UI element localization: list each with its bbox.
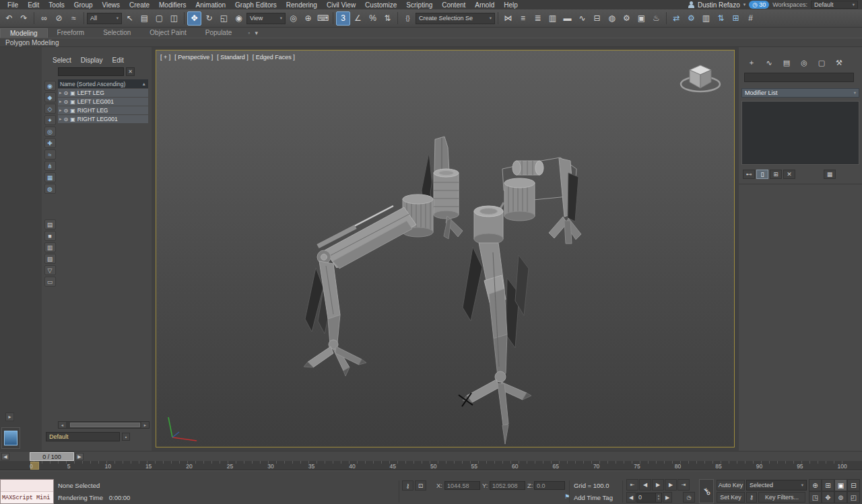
- display-shapes-icon[interactable]: ◇: [44, 104, 56, 114]
- display-all-icon[interactable]: ◉: [44, 81, 56, 91]
- maxscript-input-row[interactable]: [1, 480, 53, 492]
- scene-explorer-toggle-icon[interactable]: ▥: [545, 11, 560, 26]
- scene-search-input[interactable]: [58, 67, 124, 76]
- select-object-icon[interactable]: ↖: [123, 11, 137, 26]
- add-time-tag-button[interactable]: Add Time Tag: [574, 494, 613, 501]
- zoom-all-icon[interactable]: ⊞: [822, 479, 834, 491]
- scene-object-row[interactable]: ▸ ⊙ ▣ RIGHT LEG001: [58, 115, 148, 123]
- grid-layout-icon[interactable]: #: [743, 11, 758, 26]
- display-helpers-icon[interactable]: ✚: [44, 138, 56, 148]
- minimize-ribbon-icon[interactable]: ▾: [255, 30, 258, 36]
- rendered-frame-window-icon[interactable]: ▣: [634, 11, 649, 26]
- frame-number-input[interactable]: [637, 493, 655, 502]
- menu-item[interactable]: Content: [437, 1, 470, 9]
- signed-in-user[interactable]: Dustin Refazo: [698, 1, 740, 9]
- display-space-warps-icon[interactable]: ≈: [44, 149, 56, 159]
- time-slider-thumb[interactable]: 0 / 100: [30, 452, 74, 461]
- modifier-stack[interactable]: [741, 101, 859, 165]
- scene-object-row[interactable]: ▸ ⊙ ▣ LEFT LEG001: [58, 98, 148, 106]
- menu-item[interactable]: Customize: [360, 1, 401, 9]
- display-frozen-icon[interactable]: ▥: [44, 242, 56, 252]
- chevron-down-icon[interactable]: ▾: [743, 2, 746, 7]
- menu-item[interactable]: Graph Editors: [230, 1, 281, 9]
- scene-object-row[interactable]: ▸ ⊙ ▣ RIGHT LEG: [58, 106, 148, 114]
- expand-arrow-icon[interactable]: ▸: [59, 108, 62, 113]
- select-and-manipulate-icon[interactable]: ⊕: [301, 11, 315, 26]
- scrollbar-thumb[interactable]: [70, 423, 140, 427]
- cubes-stack-icon[interactable]: ⊞: [729, 11, 743, 26]
- absolute-offset-mode-icon[interactable]: ⊡: [415, 480, 426, 491]
- ribbon-tab[interactable]: Populate: [196, 28, 241, 38]
- coord-x-field[interactable]: 1044.58: [444, 481, 480, 490]
- trial-clock-badge[interactable]: ◷ 30: [749, 1, 769, 9]
- percent-snap-icon[interactable]: %: [366, 11, 380, 26]
- named-selection-set-dropdown[interactable]: Create Selection Se ▾: [416, 13, 495, 24]
- curve-editor-icon[interactable]: ∿: [575, 11, 589, 26]
- unlink-selection-icon[interactable]: ⊘: [52, 11, 66, 26]
- ribbon-toggle-icon[interactable]: ▬: [560, 11, 574, 26]
- display-cameras-icon[interactable]: ◎: [44, 127, 56, 137]
- zoom-icon[interactable]: ⊕: [809, 479, 822, 491]
- key-filters-button[interactable]: Key Filters...: [758, 492, 805, 503]
- select-and-rotate-icon[interactable]: ↻: [202, 11, 216, 26]
- spinner-down-icon[interactable]: ▼: [657, 497, 660, 501]
- object-name-input[interactable]: [745, 73, 853, 81]
- menu-item[interactable]: Tools: [44, 1, 69, 9]
- menu-item[interactable]: Civil View: [322, 1, 360, 9]
- motion-tab-icon[interactable]: ◎: [797, 57, 811, 68]
- scroll-left-icon[interactable]: ◂: [59, 422, 66, 428]
- explorer-view-dropdown[interactable]: Default: [46, 432, 120, 441]
- coord-z-field[interactable]: 0.0: [534, 481, 565, 490]
- angle-snap-icon[interactable]: ∠: [351, 11, 365, 26]
- select-and-move-icon[interactable]: ✥: [187, 11, 201, 26]
- ribbon-tab[interactable]: Modeling: [0, 28, 48, 38]
- maximize-viewport-icon[interactable]: ◰: [847, 491, 860, 503]
- render-production-icon[interactable]: ♨: [649, 11, 663, 26]
- utilities-tab-icon[interactable]: ⚒: [832, 57, 847, 68]
- viewport-menu-item[interactable]: [ Edged Faces ]: [253, 54, 295, 61]
- maxscript-mini-listener[interactable]: MAXScript Mini: [0, 479, 54, 504]
- menu-item[interactable]: File: [3, 1, 23, 9]
- next-key-icon[interactable]: ▶: [663, 492, 672, 503]
- hierarchy-tab-icon[interactable]: ▤: [779, 57, 794, 68]
- layer-manager-icon[interactable]: ≣: [531, 11, 545, 26]
- time-configuration-icon[interactable]: ◷: [683, 492, 695, 503]
- viewport-menu-item[interactable]: [ Perspective ]: [174, 54, 213, 61]
- workspace-dropdown[interactable]: Default ▾: [811, 1, 858, 9]
- selection-set-key-dropdown[interactable]: Selected ▾: [746, 480, 807, 491]
- gear-settings-icon[interactable]: ⚙: [684, 11, 698, 26]
- select-by-name-icon[interactable]: ▤: [137, 11, 152, 26]
- visibility-eye-icon[interactable]: ⊙: [64, 90, 69, 96]
- list-sort-header[interactable]: Name (Sorted Ascending) ▲: [58, 79, 148, 88]
- expand-arrow-icon[interactable]: ▸: [59, 90, 62, 96]
- next-frame-slider-icon[interactable]: ▶: [75, 453, 84, 460]
- frame-spinner[interactable]: ▲▼: [655, 493, 661, 502]
- display-groups-icon[interactable]: ■: [44, 231, 56, 241]
- align-icon[interactable]: ≡: [516, 11, 530, 26]
- expand-arrow-icon[interactable]: ▸: [59, 116, 62, 122]
- filter-funnel-icon[interactable]: ▽: [44, 265, 56, 275]
- configure-modifier-sets-icon[interactable]: ▦: [824, 170, 836, 179]
- viewport-menu-item[interactable]: [ Standard ]: [217, 54, 248, 61]
- select-and-scale-icon[interactable]: ◱: [217, 11, 231, 26]
- explorer-menu-item[interactable]: Select: [53, 57, 71, 64]
- material-editor-icon[interactable]: ◍: [605, 11, 619, 26]
- ribbon-tab[interactable]: Object Paint: [140, 28, 195, 38]
- viewport-layout-tab[interactable]: [1, 427, 20, 449]
- rectangular-selection-region-icon[interactable]: ▢: [152, 11, 166, 26]
- visibility-eye-icon[interactable]: ⊙: [64, 99, 69, 105]
- visibility-eye-icon[interactable]: ⊙: [64, 108, 69, 114]
- perspective-viewport[interactable]: [ + ][ Perspective ][ Standard ][ Edged …: [156, 50, 735, 447]
- ribbon-tab[interactable]: Freeform: [48, 28, 94, 38]
- menu-item[interactable]: Modifiers: [154, 1, 191, 9]
- explorer-menu-item[interactable]: Edit: [112, 57, 124, 64]
- mirror-icon[interactable]: ⋈: [501, 11, 515, 26]
- go-to-start-icon[interactable]: ⇤: [626, 479, 638, 491]
- render-setup-icon[interactable]: ⚙: [620, 11, 634, 26]
- display-geometry-icon[interactable]: ◆: [44, 92, 56, 102]
- ribbon-tab[interactable]: Selection: [94, 28, 140, 38]
- display-tab-icon[interactable]: ▢: [814, 57, 829, 68]
- import-export-icon[interactable]: ⇅: [714, 11, 728, 26]
- modify-tab-icon[interactable]: ∿: [762, 57, 776, 68]
- redo-icon[interactable]: ↷: [17, 11, 31, 26]
